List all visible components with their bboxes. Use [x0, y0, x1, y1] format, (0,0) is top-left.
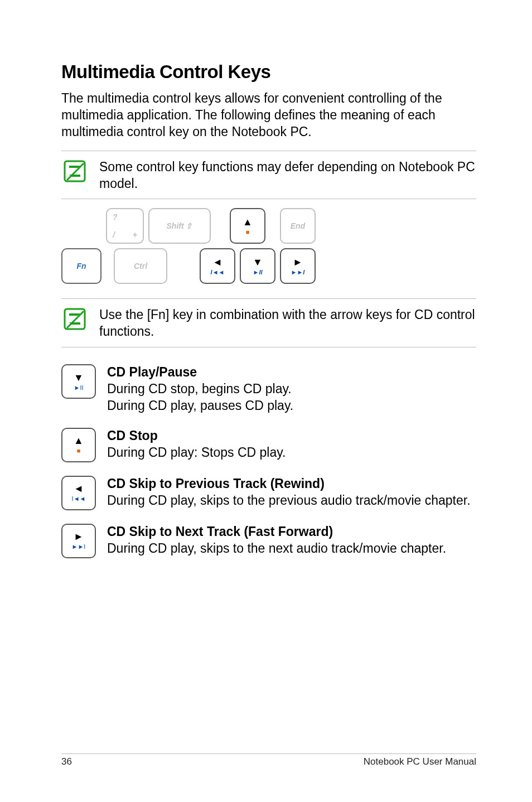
- feature-next-title: CD Skip to Next Track (Fast Forward): [107, 524, 476, 540]
- media-next-icon: ►►I: [72, 544, 86, 550]
- note-text-1: Some control key functions may defer dep…: [99, 158, 476, 192]
- page-heading: Multimedia Control Keys: [61, 61, 476, 83]
- page-footer: 36 Notebook PC User Manual: [61, 753, 476, 767]
- feature-play-title: CD Play/Pause: [107, 364, 476, 381]
- page-number: 36: [61, 756, 72, 767]
- feature-key-left: ◄ I◄◄: [61, 476, 96, 510]
- arrow-left-icon: ◄: [74, 484, 84, 494]
- arrow-left-icon: ◄: [212, 257, 223, 267]
- feature-play-text: CD Play/Pause During CD stop, begins CD …: [107, 364, 476, 414]
- keyboard-illustration: ? /+ Shift ⇧ ▲ ■ End Fn Ctrl ◄ I◄◄ ▼ ►II: [61, 208, 476, 284]
- note-block-1: Some control key functions may defer dep…: [61, 151, 476, 200]
- arrow-right-icon: ►: [74, 532, 84, 542]
- feature-stop-title: CD Stop: [107, 428, 476, 445]
- arrow-up-icon: ▲: [74, 436, 84, 446]
- intro-paragraph: The multimedia control keys allows for c…: [61, 90, 476, 141]
- doc-title-footer: Notebook PC User Manual: [364, 756, 476, 767]
- feature-play-line2: During CD play, pauses CD play.: [107, 398, 293, 413]
- feature-key-down: ▼ ►II: [61, 364, 96, 399]
- key-arrow-down: ▼ ►II: [240, 248, 275, 284]
- feature-key-up: ▲ ■: [61, 428, 96, 462]
- key-slash-bl: /: [113, 230, 115, 239]
- key-shift: Shift ⇧: [148, 208, 211, 244]
- feature-stop-text: CD Stop During CD play: Stops CD play.: [107, 428, 476, 461]
- feature-key-right: ► ►►I: [61, 524, 96, 558]
- feature-stop-line1: During CD play: Stops CD play.: [107, 445, 286, 460]
- note-icon: [61, 306, 88, 332]
- media-stop-icon: ■: [246, 229, 250, 235]
- key-slash-br: +: [133, 230, 137, 239]
- note-text-2: Use the [Fn] key in combination with the…: [99, 306, 476, 340]
- media-next-icon: ►►I: [291, 269, 305, 276]
- feature-play-pause: ▼ ►II CD Play/Pause During CD stop, begi…: [61, 364, 476, 414]
- arrow-right-icon: ►: [293, 257, 303, 267]
- feature-prev-text: CD Skip to Previous Track (Rewind) Durin…: [107, 476, 476, 509]
- key-end: End: [280, 208, 316, 244]
- feature-prev-line1: During CD play, skips to the previous au…: [107, 493, 471, 508]
- media-stop-icon: ■: [77, 448, 81, 454]
- media-playpause-icon: ►II: [253, 269, 263, 276]
- feature-next: ► ►►I CD Skip to Next Track (Fast Forwar…: [61, 524, 476, 558]
- feature-next-line1: During CD play, skips to the next audio …: [107, 541, 446, 555]
- feature-stop: ▲ ■ CD Stop During CD play: Stops CD pla…: [61, 428, 476, 462]
- key-slash-top: ?: [113, 212, 118, 221]
- key-fn: Fn: [61, 248, 101, 284]
- media-prev-icon: I◄◄: [211, 269, 225, 276]
- media-prev-icon: I◄◄: [72, 496, 86, 502]
- key-arrow-left: ◄ I◄◄: [200, 248, 235, 284]
- feature-prev: ◄ I◄◄ CD Skip to Previous Track (Rewind)…: [61, 476, 476, 510]
- key-arrow-right: ► ►►I: [280, 248, 316, 284]
- key-slash: ? /+: [106, 208, 144, 244]
- feature-next-text: CD Skip to Next Track (Fast Forward) Dur…: [107, 524, 476, 557]
- feature-prev-title: CD Skip to Previous Track (Rewind): [107, 476, 476, 492]
- arrow-up-icon: ▲: [243, 217, 253, 227]
- key-ctrl: Ctrl: [114, 248, 167, 284]
- arrow-down-icon: ▼: [253, 257, 263, 267]
- key-arrow-up: ▲ ■: [230, 208, 265, 244]
- feature-play-line1: During CD stop, begins CD play.: [107, 381, 292, 396]
- arrow-down-icon: ▼: [74, 373, 84, 383]
- media-playpause-icon: ►II: [74, 385, 84, 391]
- note-block-2: Use the [Fn] key in combination with the…: [61, 298, 476, 347]
- note-icon: [61, 158, 88, 185]
